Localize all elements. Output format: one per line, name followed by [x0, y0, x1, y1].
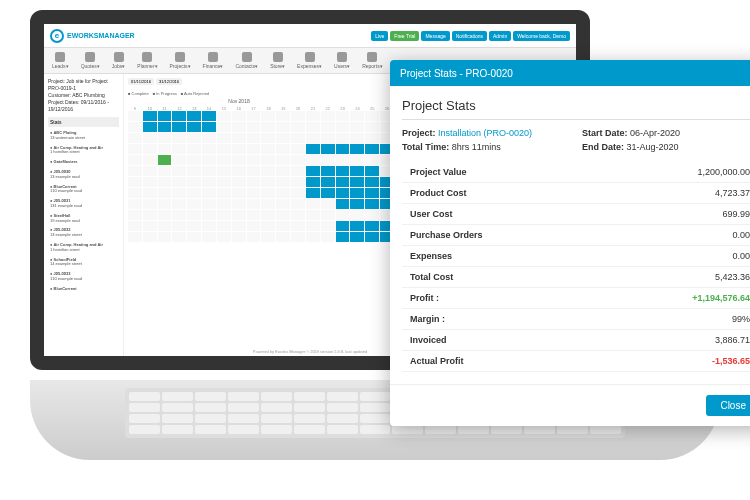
gantt-cell[interactable]: [158, 111, 172, 121]
gantt-cell[interactable]: [365, 232, 379, 242]
gantt-cell: [187, 199, 201, 209]
gantt-cell: [232, 111, 246, 121]
gantt-cell: [291, 166, 305, 176]
gantt-cell[interactable]: [143, 111, 157, 121]
stats-row: Total Cost5,423.36: [402, 267, 750, 288]
date-from[interactable]: 01/11/2016: [128, 78, 154, 85]
job-item[interactable]: ● GateMasters: [48, 158, 119, 167]
gantt-cell: [232, 210, 246, 220]
job-item[interactable]: ● BlueCorrent: [48, 285, 119, 294]
project-link[interactable]: Installation (PRO-0020): [438, 128, 532, 138]
top-button[interactable]: Live: [371, 31, 388, 41]
gantt-cell[interactable]: [336, 221, 350, 231]
menu-item[interactable]: Users▾: [334, 52, 350, 69]
top-button[interactable]: Admin: [489, 31, 511, 41]
gantt-cell[interactable]: [365, 144, 379, 154]
gantt-cell[interactable]: [158, 122, 172, 132]
menu-item[interactable]: Expenses▾: [297, 52, 322, 69]
gantt-cell: [172, 221, 186, 231]
menu-icon: [367, 52, 377, 62]
job-item[interactable]: ● Air Comp. Heating and Air1 hamilton st…: [48, 144, 119, 158]
gantt-cell[interactable]: [306, 166, 320, 176]
gantt-cell[interactable]: [336, 177, 350, 187]
gantt-cell[interactable]: [336, 188, 350, 198]
job-item[interactable]: ● BlueCorrent110 example road: [48, 183, 119, 197]
gantt-cell[interactable]: [143, 122, 157, 132]
gantt-cell[interactable]: [350, 144, 364, 154]
job-item[interactable]: ● J05-003013 example road: [48, 168, 119, 182]
gantt-cell: [336, 210, 350, 220]
gantt-cell[interactable]: [321, 188, 335, 198]
gantt-cell[interactable]: [336, 232, 350, 242]
gantt-cell[interactable]: [336, 166, 350, 176]
date-to[interactable]: 31/12/2016: [156, 78, 182, 85]
gantt-cell[interactable]: [350, 199, 364, 209]
job-item[interactable]: ● ABC Plating13 watermain street: [48, 129, 119, 143]
gantt-cell: [365, 111, 379, 121]
menu-item[interactable]: Planner▾: [137, 52, 157, 69]
top-button[interactable]: Free Trial: [390, 31, 419, 41]
job-item[interactable]: ● Air Comp. Heating and Air1 hamilton st…: [48, 241, 119, 255]
menu-icon: [273, 52, 283, 62]
gantt-cell[interactable]: [172, 122, 186, 132]
gantt-cell[interactable]: [202, 111, 216, 121]
gantt-cell[interactable]: [321, 144, 335, 154]
gantt-cell[interactable]: [306, 177, 320, 187]
top-button[interactable]: Message: [421, 31, 449, 41]
menu-item[interactable]: Projects▾: [170, 52, 191, 69]
gantt-cell: [291, 155, 305, 165]
stats-row: Profit :+1,194,576.64: [402, 288, 750, 309]
gantt-cell[interactable]: [306, 188, 320, 198]
gantt-cell[interactable]: [365, 221, 379, 231]
gantt-cell: [143, 166, 157, 176]
gantt-cell[interactable]: [365, 177, 379, 187]
gantt-cell[interactable]: [336, 199, 350, 209]
gantt-cell: [158, 232, 172, 242]
gantt-cell: [217, 177, 231, 187]
gantt-cell[interactable]: [336, 144, 350, 154]
gantt-cell[interactable]: [158, 155, 172, 165]
gantt-cell[interactable]: [306, 144, 320, 154]
job-item[interactable]: ● SteelHall19 example road: [48, 212, 119, 226]
menu-item[interactable]: Reports▾: [362, 52, 383, 69]
gantt-cell: [336, 122, 350, 132]
gantt-cell[interactable]: [350, 177, 364, 187]
menu-icon: [175, 52, 185, 62]
gantt-cell[interactable]: [365, 166, 379, 176]
job-list: ● ABC Plating13 watermain street● Air Co…: [48, 129, 119, 294]
gantt-cell[interactable]: [321, 166, 335, 176]
gantt-cell[interactable]: [350, 221, 364, 231]
gantt-cell[interactable]: [350, 188, 364, 198]
menu-item[interactable]: Contacts▾: [235, 52, 258, 69]
gantt-cell: [247, 221, 261, 231]
menu-item[interactable]: Leads▾: [52, 52, 69, 69]
gantt-cell[interactable]: [321, 177, 335, 187]
close-button[interactable]: Close: [706, 395, 750, 416]
job-item[interactable]: ● J05-0031131 example road: [48, 197, 119, 211]
stats-label: Stats: [48, 117, 119, 127]
gantt-cell[interactable]: [172, 111, 186, 121]
gantt-cell: [365, 155, 379, 165]
top-button[interactable]: Notifications: [452, 31, 487, 41]
gantt-cell[interactable]: [350, 166, 364, 176]
menu-item[interactable]: Finance▾: [203, 52, 224, 69]
gantt-cell: [321, 221, 335, 231]
job-item[interactable]: ● J05-0033110 example road: [48, 270, 119, 284]
menu-item[interactable]: Jobs▾: [112, 52, 126, 69]
gantt-cell: [158, 199, 172, 209]
job-item[interactable]: ● J05-003213 example street: [48, 226, 119, 240]
gantt-cell[interactable]: [365, 199, 379, 209]
gantt-cell[interactable]: [202, 122, 216, 132]
gantt-cell[interactable]: [365, 188, 379, 198]
top-button[interactable]: Welcome back, Demo: [513, 31, 570, 41]
gantt-cell: [261, 111, 275, 121]
gantt-cell: [247, 155, 261, 165]
job-item[interactable]: ● SchoolField14 example street: [48, 256, 119, 270]
menu-item[interactable]: Quotes▾: [81, 52, 100, 69]
gantt-cell[interactable]: [350, 232, 364, 242]
gantt-cell: [143, 232, 157, 242]
gantt-cell[interactable]: [187, 111, 201, 121]
gantt-cell[interactable]: [187, 122, 201, 132]
menu-item[interactable]: Store▾: [270, 52, 285, 69]
project-info: Project: Job site for Project PRO-0019-1…: [48, 78, 119, 113]
